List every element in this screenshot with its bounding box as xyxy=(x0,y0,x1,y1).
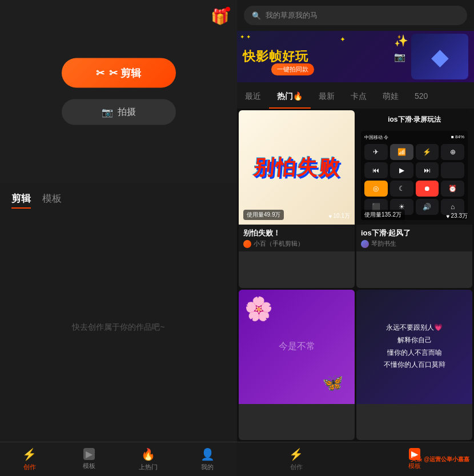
banner-diamond-box: ◆ xyxy=(411,34,468,79)
ios-tile-record: ⏺ xyxy=(416,181,439,197)
ios-tile-vol: 🔊 xyxy=(416,199,439,215)
like-badge-1: ♥ 10.1万 xyxy=(329,212,350,220)
purple-text: 今是不常 xyxy=(262,323,332,370)
video-card-4[interactable]: 永远不要跟别人💗解释你自己懂你的人不言而喻不懂你的人百口莫辩 xyxy=(356,290,472,441)
card-title-2: ios下滑·起风了 xyxy=(361,228,468,238)
like-badge-2: ♥ 23.3万 xyxy=(447,212,468,220)
ios-status-bar: 中国移动 令 ■ 84% xyxy=(364,134,464,141)
tab-edit[interactable]: 剪辑 xyxy=(11,192,31,209)
quote-content: 永远不要跟别人💗解释你自己懂你的人不言而喻不懂你的人百口莫辩 xyxy=(384,322,445,371)
usage-badge-1: 使用量49.9万 xyxy=(243,210,284,220)
shoot-label: 拍摄 xyxy=(118,106,136,118)
play-icon: ▶ xyxy=(83,448,95,460)
template-label: 模板 xyxy=(83,462,95,470)
ios-tile-airplane: ✈ xyxy=(364,144,388,160)
search-icon: 🔍 xyxy=(252,11,261,20)
video-card-1[interactable]: 别怕失败 使用量49.9万 ♥ 10.1万 别怕失败！ 小百（手机剪辑） xyxy=(239,110,355,288)
gift-icon[interactable]: 🎁 xyxy=(211,8,229,26)
empty-state-hint: 快去创作属于你的作品吧~ xyxy=(0,213,237,442)
diamond-icon: ◆ xyxy=(431,43,449,70)
thumb-bg-text: 别怕失败 xyxy=(239,110,355,225)
thumb-2: ios下滑·录屏玩法 中国移动 令 ■ 84% ✈ 📶 ⚡ ⊕ ⏮ ▶ xyxy=(356,110,472,225)
action-buttons: ✂ ✂ 剪辑 📷 拍摄 xyxy=(62,58,176,125)
ios-tile-bt: ⚡ xyxy=(416,144,439,160)
ios-tile-airdrop: ⊕ xyxy=(441,144,464,160)
thumb-text-container: 别怕失败 xyxy=(254,154,340,182)
create-label: 创作 xyxy=(23,463,36,471)
tab-latest[interactable]: 最新 xyxy=(311,88,343,109)
card-author-2: 琴韵书生 xyxy=(361,239,468,248)
ios-control-grid: ✈ 📶 ⚡ ⊕ ⏮ ▶ ⏭ ◎ ☾ ⏺ ⏰ ⬛ xyxy=(364,144,464,215)
left-nav-mine[interactable]: 👤 我的 xyxy=(178,447,237,471)
shoot-button[interactable]: 📷 拍摄 xyxy=(62,99,176,125)
right-bottom-nav: ⚡ 创作 ▶ 模板 头条 @运营公举小嘉嘉 xyxy=(237,442,474,476)
edit-button[interactable]: ✂ ✂ 剪辑 xyxy=(62,58,176,88)
tab-hot[interactable]: 热门🔥 xyxy=(269,88,311,109)
carrier-text: 中国移动 令 xyxy=(364,134,388,141)
edit-label: ✂ 剪辑 xyxy=(109,66,141,80)
left-preview-area: 🎁 ✂ ✂ 剪辑 📷 拍摄 xyxy=(0,0,237,183)
like-count-2: 23.3万 xyxy=(451,212,468,220)
right-nav-create[interactable]: ⚡ 创作 xyxy=(237,447,356,471)
ios-tile-alarm: ⏰ xyxy=(441,181,464,197)
card-info-2: ios下滑·起风了 琴韵书生 xyxy=(356,225,472,251)
right-panel: 🔍 我的草原我的马 ✦ ✦ 快影帧好玩 一键拍同款 ◆ 📷 ✦ ✨ 最近 热门🔥… xyxy=(237,0,474,476)
ios-tile-circle: ◎ xyxy=(364,181,388,197)
thumb-4: 永远不要跟别人💗解释你自己懂你的人不言而喻不懂你的人百口莫辩 xyxy=(356,290,472,404)
ios-mockup: 中国移动 令 ■ 84% ✈ 📶 ⚡ ⊕ ⏮ ▶ ⏭ ◎ xyxy=(361,131,468,220)
content-grid: 别怕失败 使用量49.9万 ♥ 10.1万 别怕失败！ 小百（手机剪辑） xyxy=(237,109,474,442)
card-title-1: 别怕失败！ xyxy=(243,228,350,238)
thumb-bg-quote: 永远不要跟别人💗解释你自己懂你的人不言而喻不懂你的人百口莫辩 xyxy=(356,290,472,404)
banner-title: 快影帧好玩 xyxy=(243,49,308,64)
camera-icon: 📷 xyxy=(102,107,113,118)
heart-icon-2: ♥ xyxy=(447,213,450,219)
left-nav-hot[interactable]: 🔥 上热门 xyxy=(119,447,178,471)
right-lightning-icon: ⚡ xyxy=(289,447,303,461)
flower-decoration: 🌸 xyxy=(244,295,273,322)
card-author-1: 小百（手机剪辑） xyxy=(243,239,350,248)
video-card-2[interactable]: ios下滑·录屏玩法 中国移动 令 ■ 84% ✈ 📶 ⚡ ⊕ ⏮ ▶ xyxy=(356,110,472,288)
avatar-2 xyxy=(361,240,369,248)
butterfly-decoration: 🦋 xyxy=(322,373,343,393)
left-nav-create[interactable]: ⚡ 创作 xyxy=(0,447,59,471)
ios-tile-music-prev: ⏮ xyxy=(364,162,388,178)
battery-text: ■ 84% xyxy=(451,134,464,141)
search-placeholder: 我的草原我的马 xyxy=(266,10,318,21)
lightning-icon: ⚡ xyxy=(22,447,37,461)
scissors-icon: ✂ xyxy=(96,67,105,79)
left-tab-bar: 剪辑 模板 xyxy=(0,183,237,213)
heart-icon-1: ♥ xyxy=(329,213,332,219)
thumb-3: 🌸 今是不常 🦋 xyxy=(239,290,355,404)
left-panel: 🎁 ✂ ✂ 剪辑 📷 拍摄 剪辑 模板 快去创作属于你的作品吧~ ⚡ 创作 xyxy=(0,0,237,476)
left-nav-template[interactable]: ▶ 模板 xyxy=(59,448,119,470)
right-tab-bar: 最近 热门🔥 最新 卡点 萌娃 520 xyxy=(237,82,474,109)
ios-title: ios下滑·录屏玩法 xyxy=(388,115,441,125)
camera-decoration-icon: 📷 xyxy=(394,51,405,62)
tab-520[interactable]: 520 xyxy=(407,88,436,109)
search-input-wrap[interactable]: 🔍 我的草原我的马 xyxy=(244,6,467,25)
left-bottom-nav: ⚡ 创作 ▶ 模板 🔥 上热门 👤 我的 xyxy=(0,442,237,476)
thumb-bg-ios: ios下滑·录屏玩法 中国移动 令 ■ 84% ✈ 📶 ⚡ ⊕ ⏮ ▶ xyxy=(356,110,472,225)
tab-beat[interactable]: 卡点 xyxy=(343,88,375,109)
tab-template[interactable]: 模板 xyxy=(42,192,62,209)
tab-cute[interactable]: 萌娃 xyxy=(375,88,407,109)
thumb-bg-purple: 🌸 今是不常 🦋 xyxy=(239,290,355,404)
like-count-1: 10.1万 xyxy=(334,212,350,220)
ios-tile-music-next: ⏭ xyxy=(416,162,439,178)
mine-label: 我的 xyxy=(201,463,214,471)
right-create-label: 创作 xyxy=(290,463,303,471)
banner[interactable]: ✦ ✦ 快影帧好玩 一键拍同款 ◆ 📷 ✦ ✨ xyxy=(237,31,474,82)
badge-text: 一键拍同款 xyxy=(277,66,308,73)
banner-badge: 一键拍同款 xyxy=(271,63,314,75)
tab-recent[interactable]: 最近 xyxy=(237,88,269,109)
thumb-1: 别怕失败 使用量49.9万 ♥ 10.1万 xyxy=(239,110,355,225)
thumb-main-text: 别怕失败 xyxy=(252,154,341,182)
hot-label: 上热门 xyxy=(139,463,158,471)
search-bar: 🔍 我的草原我的马 xyxy=(237,0,474,31)
video-card-3[interactable]: 🌸 今是不常 🦋 xyxy=(239,290,355,441)
avatar-1 xyxy=(243,240,251,248)
ios-tile-moon: ☾ xyxy=(390,181,413,197)
watermark-text: 头条 @运营公举小嘉嘉 xyxy=(411,442,474,476)
fire-icon: 🔥 xyxy=(141,447,155,461)
empty-hint-text: 快去创作属于你的作品吧~ xyxy=(72,322,164,333)
